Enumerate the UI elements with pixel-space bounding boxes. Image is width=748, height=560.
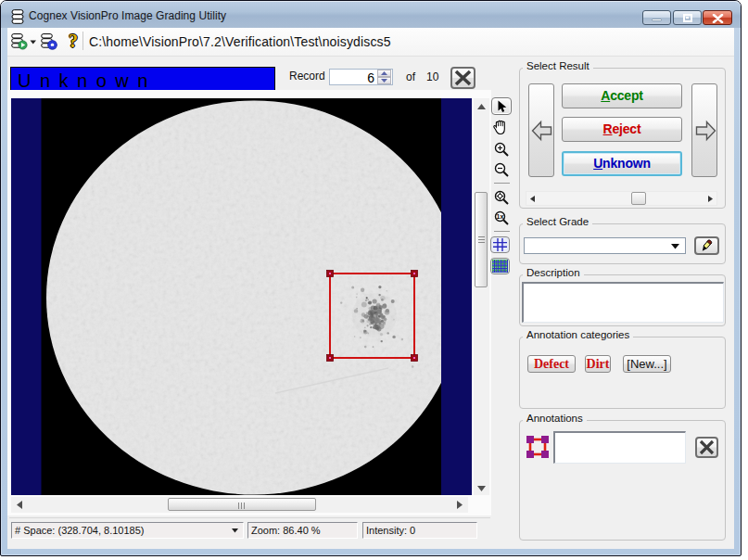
svg-text:1x: 1x xyxy=(497,213,504,220)
